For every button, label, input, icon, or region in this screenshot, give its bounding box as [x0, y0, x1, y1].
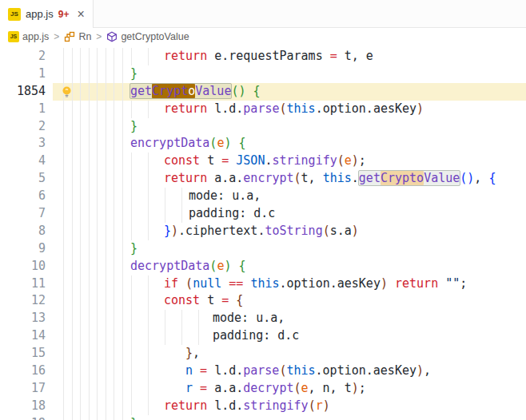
editor[interactable]: 2return e.requestParams = t, e1}1854getC…: [0, 45, 526, 420]
line-number[interactable]: 16: [0, 363, 46, 380]
code-line-4[interactable]: 1return l.d.parse(this.option.aesKey): [0, 101, 526, 118]
code-line-11[interactable]: 8}).ciphertext.toString(s.a): [0, 223, 526, 240]
code-text[interactable]: const t = {: [164, 292, 243, 310]
code-line-3[interactable]: 1854getCryptoValue() {: [0, 83, 526, 101]
close-icon[interactable]: ×: [77, 8, 84, 21]
code-line-21[interactable]: 18return l.d.stringify(r): [0, 398, 526, 415]
lightbulb-icon[interactable]: [61, 85, 73, 98]
indent-guide: [72, 101, 73, 118]
code-text[interactable]: return l.d.stringify(r): [164, 398, 330, 415]
code-text[interactable]: return l.d.parse(this.option.aesKey): [164, 101, 424, 118]
indent-guide: [89, 205, 90, 223]
line-number[interactable]: 8: [0, 223, 46, 240]
indent-guide: [131, 188, 132, 205]
indent-guide: [63, 135, 64, 153]
code-text[interactable]: }: [130, 415, 137, 420]
code-line-20[interactable]: 17r = a.a.decrypt(e, n, t);: [0, 380, 526, 398]
line-number[interactable]: 4: [0, 153, 46, 170]
indent-guide: [106, 398, 106, 415]
indent-guide: [72, 135, 73, 153]
line-number[interactable]: 1: [0, 65, 46, 83]
line-number[interactable]: 13: [0, 310, 46, 327]
code-text[interactable]: return a.a.encrypt(t, this.getCryptoValu…: [164, 170, 496, 188]
code-text[interactable]: }: [130, 65, 137, 83]
line-number[interactable]: 3: [0, 135, 46, 153]
indent-guide: [80, 258, 81, 275]
indent-guide: [80, 398, 81, 415]
breadcrumb-item-class[interactable]: Rn: [64, 31, 91, 42]
indent-guide: [89, 240, 90, 258]
line-number[interactable]: 1: [0, 101, 46, 118]
code-line-6[interactable]: 3encryptData(e) {: [0, 135, 526, 153]
code-line-12[interactable]: 9}: [0, 240, 526, 258]
code-token: , n, t: [309, 381, 352, 395]
indent-guide: [122, 415, 123, 420]
code-line-13[interactable]: 10decryptData(e) {: [0, 258, 526, 275]
tab-appjs[interactable]: JS app.js 9+ ×: [0, 0, 94, 28]
line-number[interactable]: 11: [0, 275, 46, 293]
line-number-current[interactable]: 1854: [0, 83, 46, 101]
indent-guide: [97, 205, 98, 223]
code-text[interactable]: padding: d.c: [189, 205, 275, 223]
code-token: ): [352, 381, 359, 395]
code-text[interactable]: }).ciphertext.toString(s.a): [164, 223, 359, 240]
line-number[interactable]: 7: [0, 205, 46, 223]
code-line-8[interactable]: 5return a.a.encrypt(t, this.getCryptoVal…: [0, 170, 526, 188]
indent-guide: [72, 188, 73, 205]
code-text[interactable]: }: [130, 118, 137, 136]
code-text[interactable]: if (null == this.option.aesKey) return "…: [164, 275, 467, 293]
code-text[interactable]: n = l.d.parse(this.option.aesKey),: [185, 363, 431, 380]
line-number[interactable]: 9: [0, 240, 46, 258]
line-number[interactable]: 2: [0, 118, 46, 136]
code-text[interactable]: mode: u.a,: [213, 310, 285, 327]
code-line-17[interactable]: 14padding: d.c: [0, 327, 526, 345]
code-text[interactable]: r = a.a.decrypt(e, n, t);: [185, 380, 366, 398]
code-line-1[interactable]: 2return e.requestParams = t, e: [0, 48, 526, 65]
code-line-22[interactable]: 19}: [0, 415, 526, 420]
code-text[interactable]: getCryptoValue() {: [130, 83, 261, 101]
breadcrumb-item-file[interactable]: JS app.js: [8, 31, 49, 42]
line-number[interactable]: 5: [0, 170, 46, 188]
line-number[interactable]: 6: [0, 188, 46, 205]
code-token: l.d.: [214, 101, 243, 116]
line-number[interactable]: 19: [0, 415, 46, 420]
code-token: t, e: [345, 49, 373, 63]
code-line-2[interactable]: 1}: [0, 65, 526, 83]
code-line-16[interactable]: 13mode: u.a,: [0, 310, 526, 327]
code-line-14[interactable]: 11if (null == this.option.aesKey) return…: [0, 275, 526, 293]
code-text[interactable]: mode: u.a,: [189, 188, 261, 205]
code-line-5[interactable]: 2}: [0, 118, 526, 136]
code-token: .option.aesKey: [280, 276, 381, 291]
code-text[interactable]: },: [185, 345, 200, 363]
code-text[interactable]: padding: d.c: [213, 327, 299, 345]
code-text[interactable]: encryptData(e) {: [130, 135, 246, 153]
indent-guide: [181, 205, 182, 223]
code-line-7[interactable]: 4const t = JSON.stringify(e);: [0, 153, 526, 170]
code-token: encryptData: [130, 136, 209, 150]
line-number[interactable]: 14: [0, 327, 46, 345]
indent-guide: [131, 153, 132, 170]
indent-guide: [131, 310, 132, 327]
breadcrumb-item-method[interactable]: getCryptoValue: [106, 31, 189, 42]
code-line-18[interactable]: 15},: [0, 345, 526, 363]
indent-guide: [63, 327, 64, 345]
code-token: {: [238, 136, 245, 150]
code-line-9[interactable]: 6mode: u.a,: [0, 188, 526, 205]
line-number[interactable]: 2: [0, 48, 46, 65]
line-number[interactable]: 10: [0, 258, 46, 275]
code-text[interactable]: const t = JSON.stringify(e);: [164, 153, 366, 170]
indent-guide: [72, 153, 73, 170]
code-line-15[interactable]: 12const t = {: [0, 292, 526, 310]
line-number[interactable]: 12: [0, 292, 46, 310]
line-number[interactable]: 17: [0, 380, 46, 398]
code-token: }: [130, 66, 137, 81]
line-number[interactable]: 15: [0, 345, 46, 363]
code-text[interactable]: decryptData(e) {: [130, 258, 246, 275]
indent-guide: [148, 380, 149, 398]
code-line-10[interactable]: 7padding: d.c: [0, 205, 526, 223]
code-text[interactable]: }: [130, 240, 137, 258]
line-number[interactable]: 18: [0, 398, 46, 415]
code-line-19[interactable]: 16n = l.d.parse(this.option.aesKey),: [0, 363, 526, 380]
indent-guide: [148, 327, 149, 345]
code-text[interactable]: return e.requestParams = t, e: [164, 48, 373, 65]
